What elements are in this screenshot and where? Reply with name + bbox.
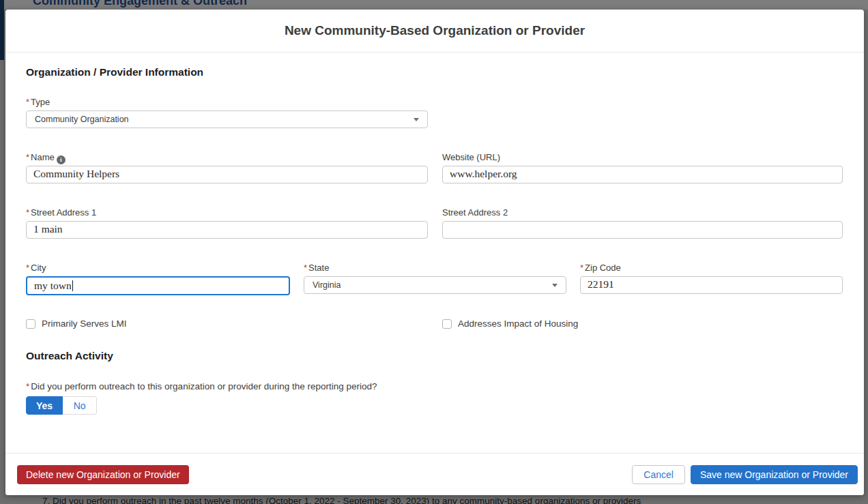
chevron-down-icon (414, 118, 419, 121)
field-addresses-impact-of-housing: Addresses Impact of Housing (442, 318, 843, 329)
delete-button[interactable]: Delete new Organization or Provider (17, 465, 189, 484)
checkbox-addresses-impact-of-housing[interactable] (442, 319, 452, 329)
required-asterisk: * (304, 263, 307, 273)
row-city-state-zip: *City my town *State Virginia *Zip Code (26, 263, 843, 295)
field-street2: Street Address 2 (442, 207, 843, 239)
chevron-down-icon (552, 284, 558, 287)
background-sidebar-edge (0, 0, 4, 60)
row-street: *Street Address 1 Street Address 2 (26, 207, 843, 239)
outreach-question: *Did you perform outreach to this organi… (26, 381, 843, 391)
required-asterisk: * (26, 263, 29, 273)
field-primarily-serves-lmi: Primarily Serves LMI (26, 318, 428, 329)
field-website: Website (URL) (442, 152, 843, 183)
city-input-value: my town (34, 280, 72, 292)
background-page-question: 7. Did you perform outreach in the past … (42, 496, 641, 504)
row-type: *Type Community Organization (26, 97, 843, 128)
name-input[interactable] (26, 166, 428, 183)
field-zip: *Zip Code (580, 263, 843, 295)
modal-title: New Community-Based Organization or Prov… (285, 23, 585, 38)
street2-input[interactable] (442, 221, 843, 239)
modal-body: Organization / Provider Information *Typ… (5, 53, 864, 415)
field-city: *City my town (26, 263, 290, 295)
field-state: *State Virginia (304, 263, 566, 295)
type-label: *Type (26, 97, 428, 108)
modal-footer: Delete new Organization or Provider Canc… (5, 453, 864, 495)
yes-button[interactable]: Yes (26, 396, 63, 415)
required-asterisk: * (26, 207, 29, 218)
save-button[interactable]: Save new Organization or Provider (691, 465, 858, 484)
background-page-bottom-strip: 7. Did you perform outreach in the past … (0, 495, 868, 504)
state-select-value: Virginia (313, 280, 341, 290)
modal-header: New Community-Based Organization or Prov… (5, 10, 864, 53)
zip-input[interactable] (580, 276, 843, 294)
required-asterisk: * (26, 97, 29, 107)
background-page-top-strip: Community Engagement & Outreach (0, 0, 868, 10)
required-asterisk: * (26, 152, 29, 162)
name-label: *Namei (26, 152, 428, 163)
background-page-title: Community Engagement & Outreach (33, 0, 247, 8)
text-cursor (72, 280, 73, 291)
city-input[interactable]: my town (26, 276, 290, 295)
street2-label: Street Address 2 (442, 207, 843, 218)
required-asterisk: * (580, 263, 583, 273)
type-select-value: Community Organization (35, 115, 129, 124)
new-org-modal: New Community-Based Organization or Prov… (5, 10, 864, 495)
type-select[interactable]: Community Organization (26, 110, 428, 128)
state-label: *State (304, 263, 566, 273)
addresses-impact-of-housing-label: Addresses Impact of Housing (458, 318, 578, 329)
primarily-serves-lmi-label: Primarily Serves LMI (42, 318, 127, 329)
zip-label: *Zip Code (580, 263, 843, 273)
row-checkboxes: Primarily Serves LMI Addresses Impact of… (26, 318, 843, 329)
field-type: *Type Community Organization (26, 97, 428, 128)
outreach-toggle: Yes No (26, 396, 97, 415)
info-icon[interactable]: i (57, 155, 66, 164)
section-heading-outreach: Outreach Activity (26, 350, 843, 362)
website-input[interactable] (442, 166, 843, 183)
section-heading-org-info: Organization / Provider Information (26, 66, 843, 78)
row-name-website: *Namei Website (URL) (26, 152, 843, 183)
checkbox-primarily-serves-lmi[interactable] (26, 319, 35, 329)
state-select[interactable]: Virginia (304, 276, 566, 294)
no-button[interactable]: No (63, 396, 97, 415)
field-name: *Namei (26, 152, 428, 183)
required-asterisk: * (26, 381, 29, 391)
cancel-button[interactable]: Cancel (632, 465, 685, 484)
website-label: Website (URL) (442, 152, 843, 163)
city-label: *City (26, 263, 290, 273)
field-street1: *Street Address 1 (26, 207, 428, 239)
street1-input[interactable] (26, 221, 428, 239)
street1-label: *Street Address 1 (26, 207, 428, 218)
